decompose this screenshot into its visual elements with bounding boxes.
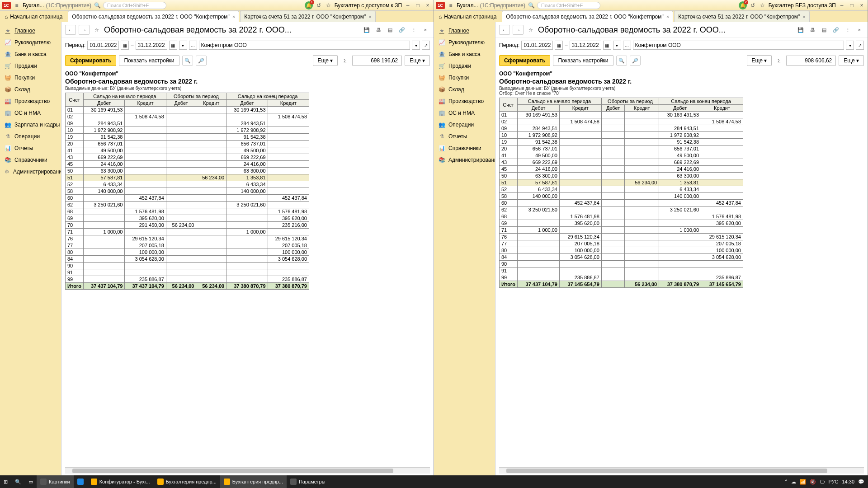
sidebar-item[interactable]: ★Главное (434, 25, 495, 37)
calendar-icon[interactable]: ▦ (121, 41, 129, 50)
sidebar-item[interactable]: 📚Справочники (0, 154, 61, 166)
tab-close-icon[interactable]: × (368, 14, 371, 19)
sidebar-item[interactable]: 👥Зарплата и кадры (0, 119, 61, 131)
tray-lang[interactable]: РУС (828, 479, 838, 484)
search-input[interactable]: Поиск Ctrl+Shift+F (103, 2, 166, 9)
table-row[interactable]: 101 972 908,921 972 908,92 (66, 127, 309, 134)
table-row[interactable]: 526 433,346 433,34 (66, 181, 309, 188)
sum-icon[interactable]: Σ (774, 56, 783, 65)
table-row[interactable]: 99235 886,87235 886,87 (500, 274, 743, 281)
more-icon[interactable]: ⋮ (843, 25, 852, 34)
task-item[interactable]: Параметры (287, 475, 329, 488)
tab-report[interactable]: Оборотно-сальдовая ведомость за 2022 г. … (502, 11, 673, 22)
table-row[interactable]: 7629 615 120,3429 615 120,34 (66, 235, 309, 242)
sidebar-item[interactable]: ⚗Операции (0, 131, 61, 142)
table-row[interactable]: 99235 886,87235 886,87 (66, 276, 309, 283)
org-open-icon[interactable]: ↗ (856, 41, 864, 50)
back-button[interactable]: ← (499, 25, 510, 35)
menu-icon[interactable]: ≡ (13, 1, 21, 9)
sidebar-item[interactable]: ⚙Администрирование (0, 166, 61, 178)
export-icon[interactable]: ▤ (386, 25, 395, 34)
tray-volume-icon[interactable]: 🔇 (810, 479, 816, 485)
close-content-icon[interactable]: × (855, 25, 864, 34)
table-row[interactable]: 09284 943,51284 943,51 (500, 125, 743, 132)
period-dots-button[interactable]: ... (623, 41, 631, 50)
history-icon[interactable]: ↺ (315, 1, 323, 9)
h-scrollbar[interactable] (499, 467, 864, 474)
tab-card[interactable]: Карточка счета 51 за 2022 г. ООО "Конфет… (674, 11, 810, 22)
task-item[interactable]: Картинки (37, 475, 74, 488)
sidebar-item[interactable]: 📊Отчеты (0, 142, 61, 154)
tab-home[interactable]: ⌂Начальная страница (434, 11, 501, 22)
more-icon[interactable]: ⋮ (409, 25, 418, 34)
sidebar-item[interactable]: 📈Руководителю (0, 37, 61, 48)
sidebar-item[interactable]: 📦Склад (434, 84, 495, 95)
period-dots-button[interactable]: ... (189, 41, 197, 50)
table-row[interactable]: 43669 222,69669 222,69 (66, 154, 309, 161)
sidebar-item[interactable]: ★Главное (0, 25, 61, 37)
minimize-icon[interactable]: – (838, 1, 846, 9)
table-row[interactable]: 4524 416,0024 416,00 (500, 166, 743, 173)
org-input[interactable] (199, 41, 410, 50)
more-button[interactable]: Еще ▾ (747, 55, 772, 66)
table-row[interactable]: 20656 737,01656 737,01 (500, 145, 743, 152)
table-row[interactable]: 77207 005,18207 005,18 (500, 240, 743, 247)
form-button[interactable]: Сформировать (499, 55, 550, 66)
export-icon[interactable]: ▤ (820, 25, 829, 34)
period-select-button[interactable]: ▾ (613, 41, 621, 50)
task-item[interactable]: Бухгалтерия предпр... (220, 475, 287, 488)
maximize-icon[interactable]: □ (848, 1, 856, 9)
notification-badge[interactable]: 🔔 (739, 1, 747, 9)
org-open-icon[interactable]: ↗ (422, 41, 430, 50)
table-row[interactable]: 021 508 474,581 508 474,58 (500, 118, 743, 125)
find-ext-button[interactable]: 🔎 (196, 56, 207, 66)
table-row[interactable]: 711 000,001 000,00 (500, 227, 743, 234)
task-item[interactable] (74, 475, 87, 488)
star-icon[interactable]: ☆ (325, 1, 333, 9)
sidebar-item[interactable]: 🧺Покупки (0, 72, 61, 84)
find-button[interactable]: 🔍 (182, 56, 193, 66)
tab-close-icon[interactable]: × (232, 14, 235, 19)
more-button[interactable]: Еще ▾ (313, 55, 338, 66)
settings-button[interactable]: Показать настройки (119, 55, 179, 66)
form-button[interactable]: Сформировать (65, 55, 116, 66)
table-row[interactable]: 4149 500,0049 500,00 (500, 152, 743, 159)
tray-cloud-icon[interactable]: ☁ (791, 479, 796, 485)
tray-screen-icon[interactable]: 🖵 (820, 479, 825, 484)
link-icon[interactable]: 🔗 (831, 25, 840, 34)
table-row[interactable]: 90 (500, 261, 743, 267)
data-table[interactable]: СчетСальдо на начало периодаОбороты за п… (65, 93, 309, 290)
notification-badge[interactable]: 🔔 (305, 1, 313, 9)
find-ext-button[interactable]: 🔎 (630, 56, 641, 66)
more-button-2[interactable]: Еще ▾ (839, 55, 864, 66)
sidebar-item[interactable]: 📦Склад (0, 84, 61, 95)
table-row[interactable]: 623 250 021,603 250 021,60 (66, 202, 309, 208)
sidebar-item[interactable]: 🏢ОС и НМА (0, 107, 61, 119)
table-row[interactable]: 60452 437,84452 437,84 (500, 200, 743, 206)
task-item[interactable]: Конфигуратор - Бухг... (87, 475, 154, 488)
tray-notify-icon[interactable]: 💬 (858, 479, 864, 485)
table-row[interactable]: 1991 542,3891 542,38 (66, 134, 309, 141)
close-icon[interactable]: × (424, 1, 432, 9)
org-dropdown-icon[interactable]: ▾ (412, 41, 420, 50)
period-select-button[interactable]: ▾ (179, 41, 187, 50)
table-row[interactable]: 843 054 628,003 054 628,00 (66, 256, 309, 263)
save-icon[interactable]: 💾 (796, 25, 805, 34)
table-row[interactable]: 5063 300,0063 300,00 (500, 173, 743, 179)
table-row[interactable]: 7629 615 120,3429 615 120,34 (500, 234, 743, 240)
table-row[interactable]: 021 508 474,581 508 474,58 (66, 113, 309, 120)
minimize-icon[interactable]: – (404, 1, 412, 9)
table-row[interactable]: 4149 500,0049 500,00 (66, 147, 309, 154)
table-row[interactable]: 91 (500, 267, 743, 274)
table-row[interactable]: 5157 587,8156 234,001 353,81 (66, 174, 309, 181)
sidebar-item[interactable]: 🛒Продажи (0, 60, 61, 72)
table-row[interactable]: 4524 416,0024 416,00 (66, 161, 309, 168)
table-row[interactable]: 70291 450,0056 234,00235 216,00 (66, 222, 309, 229)
table-row[interactable]: 77207 005,18207 005,18 (66, 242, 309, 249)
table-row[interactable]: 09284 943,51284 943,51 (66, 120, 309, 127)
start-button[interactable]: ⊞ (0, 475, 11, 488)
sidebar-item[interactable]: 👥Операции (434, 119, 495, 131)
tab-home[interactable]: ⌂Начальная страница (0, 11, 67, 22)
forward-button[interactable]: → (79, 25, 90, 35)
save-icon[interactable]: 💾 (362, 25, 371, 34)
